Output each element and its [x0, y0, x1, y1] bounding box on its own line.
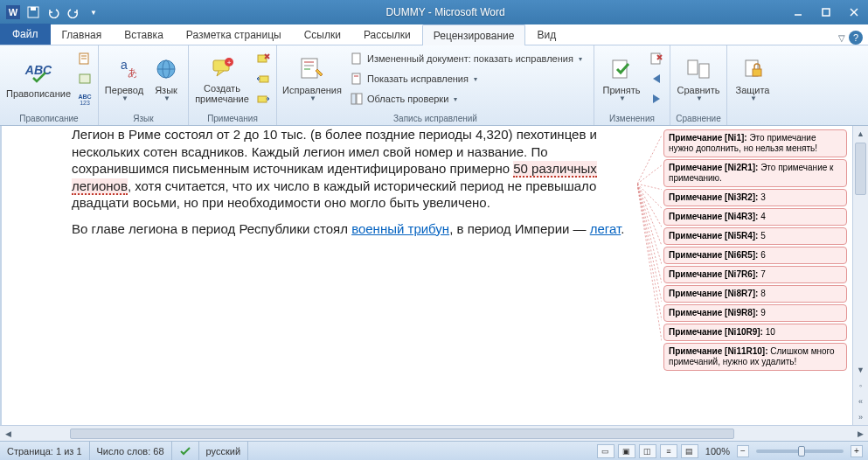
- document-area: Легион в Риме состоял от 2 до 10 тыс. (в…: [0, 126, 868, 425]
- undo-icon[interactable]: [44, 3, 63, 22]
- spelling-button[interactable]: ABC Правописание: [3, 47, 73, 108]
- track-changes-icon: [298, 55, 326, 83]
- markup-icon: [350, 72, 364, 86]
- language-status[interactable]: русский: [199, 442, 248, 460]
- zoom-in-button[interactable]: +: [851, 445, 863, 457]
- comment-item[interactable]: Примечание [Ni7R6]: 7: [663, 266, 847, 283]
- comment-item[interactable]: Примечание [Ni11R10]: Слишком много прим…: [663, 343, 847, 371]
- zoom-slider[interactable]: [756, 450, 844, 453]
- svg-text:W: W: [9, 7, 18, 17]
- reviewing-pane-dropdown[interactable]: Область проверки▾: [345, 89, 590, 108]
- comment-item[interactable]: Примечание [Ni8R7]: 8: [663, 285, 847, 303]
- qat-dropdown-icon[interactable]: ▼: [84, 3, 103, 22]
- group-label-changes: Изменения: [598, 112, 666, 125]
- group-label-spelling: Правописание: [3, 112, 94, 125]
- prev-page-icon[interactable]: «: [853, 394, 868, 409]
- paragraph-2[interactable]: Во главе легиона в период Республики сто…: [72, 220, 646, 238]
- comment-item[interactable]: Примечание [Ni1]: Это примечание нужно д…: [663, 129, 847, 157]
- hscroll-thumb[interactable]: [70, 429, 734, 439]
- comment-item[interactable]: Примечание [Ni10R9]: 10: [663, 324, 847, 341]
- reject-icon[interactable]: [647, 49, 666, 68]
- fullscreen-view-icon[interactable]: ▣: [618, 444, 635, 458]
- vertical-scrollbar[interactable]: ▲ ▼ ◦ « »: [852, 126, 868, 425]
- new-comment-label: Создать примечание: [195, 83, 249, 104]
- draft-view-icon[interactable]: ▤: [681, 444, 698, 458]
- zoom-knob[interactable]: [798, 446, 805, 457]
- svg-text:+: +: [227, 59, 232, 66]
- comment-item[interactable]: Примечание [Ni5R4]: 5: [663, 227, 847, 245]
- group-label-protect: [731, 112, 774, 125]
- tab-ссылки[interactable]: Ссылки: [293, 24, 352, 45]
- wordcount-icon[interactable]: ABC123: [75, 89, 94, 108]
- save-icon[interactable]: [24, 3, 43, 22]
- new-comment-icon: +: [208, 53, 236, 81]
- protect-button[interactable]: Защита▼: [731, 47, 774, 108]
- scroll-thumb[interactable]: [855, 143, 866, 195]
- comment-item[interactable]: Примечание [Ni6R5]: 6: [663, 247, 847, 264]
- word-count-status[interactable]: Число слов: 68: [90, 442, 172, 460]
- delete-comment-icon[interactable]: [253, 49, 273, 68]
- tab-вид[interactable]: Вид: [525, 24, 567, 45]
- tab-рассылки[interactable]: Рассылки: [352, 24, 422, 45]
- translate-button[interactable]: aあ Перевод▼: [102, 47, 146, 108]
- zoom-out-button[interactable]: −: [737, 445, 749, 457]
- new-comment-button[interactable]: + Создать примечание: [192, 47, 252, 108]
- file-tab[interactable]: Файл: [0, 24, 51, 45]
- link-legate[interactable]: легат: [590, 221, 621, 236]
- tab-вставка[interactable]: Вставка: [113, 24, 175, 45]
- tab-рецензирование[interactable]: Рецензирование: [422, 24, 526, 45]
- scroll-left-icon[interactable]: ◀: [0, 426, 16, 442]
- svg-rect-5: [823, 9, 830, 16]
- doc-icon: [350, 52, 364, 66]
- maximize-button[interactable]: [812, 3, 840, 22]
- comment-item[interactable]: Примечание [Ni2R1]: Это примечание к при…: [663, 159, 847, 187]
- prev-change-icon[interactable]: [647, 69, 666, 88]
- zoom-level[interactable]: 100%: [705, 446, 730, 457]
- display-for-review-dropdown[interactable]: Измененный документ: показать исправлени…: [345, 49, 590, 68]
- accept-button[interactable]: Принять▼: [598, 47, 645, 108]
- word-icon[interactable]: W: [3, 3, 23, 22]
- language-button[interactable]: Язык▼: [148, 47, 184, 108]
- minimize-button[interactable]: [784, 3, 812, 22]
- comment-item[interactable]: Примечание [Ni4R3]: 4: [663, 208, 847, 226]
- document-page[interactable]: Легион в Риме состоял от 2 до 10 тыс. (в…: [2, 126, 662, 425]
- next-comment-icon[interactable]: [253, 89, 273, 108]
- thesaurus-icon[interactable]: [75, 69, 94, 88]
- translate-label: Перевод: [105, 85, 143, 95]
- spell-status-icon[interactable]: [172, 442, 199, 460]
- scroll-up-icon[interactable]: ▲: [853, 126, 868, 142]
- ribbon-minimize-icon[interactable]: ▽: [838, 33, 845, 43]
- tab-разметка-страницы[interactable]: Разметка страницы: [175, 24, 293, 45]
- compare-button[interactable]: Сравнить▼: [674, 47, 723, 108]
- tab-главная[interactable]: Главная: [51, 24, 114, 45]
- group-label-language: Язык: [102, 112, 184, 125]
- help-icon[interactable]: ?: [849, 31, 863, 45]
- reviewing-pane-label: Область проверки: [367, 94, 448, 104]
- horizontal-scrollbar[interactable]: ◀ ▶: [0, 425, 868, 441]
- next-page-icon[interactable]: »: [853, 409, 868, 425]
- scroll-right-icon[interactable]: ▶: [852, 426, 868, 442]
- svg-rect-32: [352, 53, 360, 64]
- show-markup-dropdown[interactable]: Показать исправления▾: [345, 69, 590, 88]
- next-change-icon[interactable]: [647, 89, 666, 108]
- page-status[interactable]: Страница: 1 из 1: [0, 442, 90, 460]
- link-tribune[interactable]: военный трибун: [351, 221, 449, 236]
- close-button[interactable]: [840, 3, 868, 22]
- comment-item[interactable]: Примечание [Ni9R8]: 9: [663, 304, 847, 322]
- svg-text:123: 123: [80, 100, 90, 106]
- web-view-icon[interactable]: ◫: [639, 444, 656, 458]
- svg-rect-12: [80, 74, 90, 83]
- object-browse-icon[interactable]: ◦: [853, 378, 868, 394]
- svg-rect-36: [357, 94, 362, 104]
- track-changes-button[interactable]: Исправления▼: [281, 47, 344, 108]
- comment-item[interactable]: Примечание [Ni3R2]: 3: [663, 189, 847, 206]
- research-icon[interactable]: [75, 49, 94, 68]
- svg-rect-28: [302, 59, 317, 78]
- redo-icon[interactable]: [64, 3, 83, 22]
- outline-view-icon[interactable]: ≡: [660, 444, 677, 458]
- print-layout-view-icon[interactable]: ▭: [597, 444, 615, 458]
- paragraph-1[interactable]: Легион в Риме состоял от 2 до 10 тыс. (в…: [72, 126, 646, 212]
- scroll-down-icon[interactable]: ▼: [853, 362, 868, 378]
- window-title: DUMMY - Microsoft Word: [107, 6, 784, 18]
- prev-comment-icon[interactable]: [253, 69, 273, 88]
